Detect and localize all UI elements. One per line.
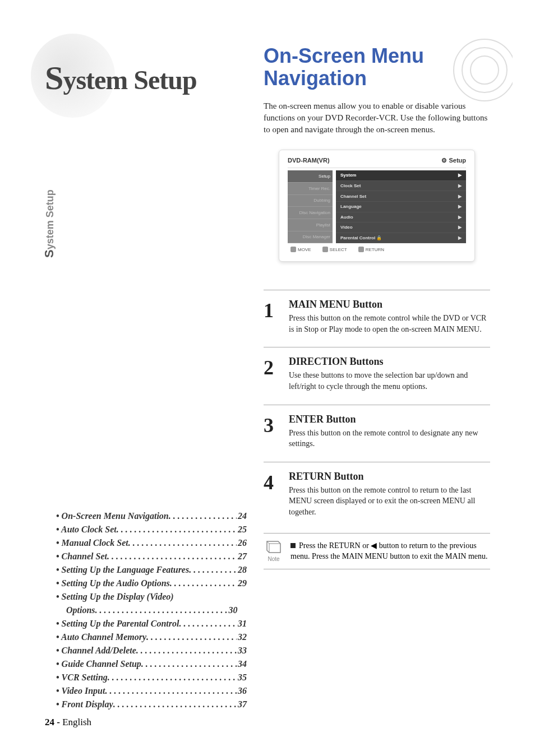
toc-item-page: 34: [237, 657, 247, 671]
osd-menu-header-right: ⚙ Setup: [441, 157, 466, 164]
osd-right-item: Audio▶: [336, 212, 466, 223]
step-description: Press this button on the remote control …: [289, 313, 490, 335]
note-bullet-icon: [290, 543, 296, 548]
instruction-step: 3ENTER ButtonPress this button on the re…: [264, 414, 490, 449]
side-tab-label: System Setup: [42, 189, 57, 258]
instruction-step: 1MAIN MENU ButtonPress this button on th…: [264, 299, 490, 335]
osd-right-item-label: Clock Set: [340, 183, 361, 188]
step-number: 2: [264, 356, 280, 392]
instruction-step: 2DIRECTION ButtonsUse these buttons to m…: [264, 356, 490, 392]
toc-item-label: • Auto Clock Set: [56, 523, 117, 536]
osd-footer-icon: [358, 247, 364, 252]
step-title: MAIN MENU Button: [289, 299, 490, 310]
decorative-rings-icon: [440, 34, 513, 106]
note-text: Press the RETURN or ◀ button to return t…: [290, 540, 490, 562]
step-number: 3: [264, 414, 280, 449]
toc-item-label: • Setting Up the Parental Control: [56, 617, 179, 630]
chevron-right-icon: ▶: [458, 225, 462, 230]
osd-left-item: Disc Manager: [288, 231, 333, 244]
toc-item-page: 37: [237, 698, 247, 711]
osd-footer-label: SELECT: [330, 247, 347, 252]
toc-item-label: • Setting Up the Display (Video): [56, 590, 174, 604]
page-title: System Setup: [45, 59, 247, 98]
osd-menu-header: DVD-RAM(VR) ⚙ Setup: [288, 157, 466, 168]
toc-item-label: • Channel Add/Delete: [56, 644, 136, 657]
toc-dots: . . . . . . . . . . . . . . . . . . . . …: [146, 630, 237, 644]
toc-dots: . . . . . . . . . . . . . . . . . . . . …: [108, 671, 237, 684]
toc-dots: . . . . . . . . . . . . . . . . . . . . …: [136, 644, 237, 657]
toc-item: • Channel Set . . . . . . . . . . . . . …: [56, 550, 247, 563]
toc-item-page: 31: [237, 617, 247, 630]
toc-item-label: • VCR Setting: [56, 671, 108, 684]
toc-item-label: • Auto Channel Memory: [56, 630, 146, 644]
toc-item-page: 24: [237, 509, 247, 523]
osd-right-item-label: System: [340, 173, 356, 178]
step-title: ENTER Button: [289, 414, 490, 425]
step-title: DIRECTION Buttons: [289, 356, 490, 368]
toc-item: • Setting Up the Parental Control . . . …: [56, 617, 247, 630]
osd-left-item: Setup: [288, 170, 333, 183]
toc-dots: . . . . . . . . . . . . . . . . . . . . …: [117, 523, 237, 536]
osd-right-item-label: Video: [340, 225, 353, 230]
osd-footer-item: MOVE: [290, 247, 311, 252]
toc-dots: . . . . . . . . . . . . . . . . . . . . …: [107, 550, 237, 563]
chevron-right-icon: ▶: [458, 173, 462, 178]
step-content: ENTER ButtonPress this button on the rem…: [289, 414, 490, 449]
osd-footer-label: MOVE: [298, 247, 311, 252]
side-tab-first-letter: S: [42, 249, 56, 258]
toc-item-page: 30: [228, 604, 238, 617]
divider: [264, 405, 490, 405]
side-tab-rest: ystem Setup: [44, 189, 56, 249]
toc-item-label: • Video Input: [56, 684, 105, 698]
toc-item: • Manual Clock Set . . . . . . . . . . .…: [56, 536, 247, 550]
osd-left-item: Disc Navigation: [288, 207, 333, 219]
osd-menu-right-panel: System▶Clock Set▶Channel Set▶Language▶Au…: [336, 170, 466, 243]
toc-item: • Guide Channel Setup . . . . . . . . . …: [56, 657, 247, 671]
svg-point-1: [462, 48, 507, 92]
left-arrow-icon: ◀: [371, 541, 377, 550]
osd-footer-item: SELECT: [322, 247, 347, 252]
toc-item-page: 33: [237, 644, 247, 657]
toc-item-label: • Setting Up the Language Features: [56, 563, 189, 577]
chevron-right-icon: ▶: [458, 194, 462, 199]
chevron-right-icon: ▶: [458, 183, 462, 188]
toc-dots: . . . . . . . . . . . . . . . . . . . . …: [169, 509, 237, 523]
note-icon: [266, 540, 282, 554]
table-of-contents: • On-Screen Menu Navigation . . . . . . …: [45, 509, 247, 711]
toc-dots: . . . . . . . . . . . . . . . . . . . . …: [189, 563, 237, 577]
page-language: English: [62, 717, 91, 727]
divider: [264, 347, 490, 347]
divider: [264, 462, 490, 462]
toc-dots: . . . . . . . . . . . . . . . . . . . . …: [179, 617, 237, 630]
divider: [264, 290, 490, 290]
toc-item-label: • Guide Channel Setup: [56, 657, 141, 671]
chevron-right-icon: ▶: [458, 204, 462, 209]
step-content: RETURN ButtonPress this button on the re…: [289, 471, 490, 518]
toc-item: • Setting Up the Language Features . . .…: [56, 563, 247, 577]
osd-footer-icon: [290, 247, 296, 252]
toc-item-label: Options: [66, 604, 95, 617]
chevron-right-icon: ▶: [458, 215, 462, 220]
instruction-step: 4RETURN ButtonPress this button on the r…: [264, 471, 490, 518]
page-footer: 24 - English: [45, 717, 91, 728]
toc-item-label: • Setting Up the Audio Options: [56, 577, 170, 590]
step-title: RETURN Button: [289, 471, 490, 483]
section-title-line1: On-Screen Menu: [264, 44, 424, 67]
chevron-right-icon: ▶: [458, 235, 462, 240]
toc-item-page: 28: [237, 563, 247, 577]
step-content: DIRECTION ButtonsUse these buttons to mo…: [289, 356, 490, 392]
toc-item-label: • Channel Set: [56, 550, 107, 563]
note-label: Note: [268, 556, 279, 562]
svg-point-2: [471, 56, 499, 84]
toc-item-page: 32: [237, 630, 247, 644]
osd-menu-footer: MOVESELECTRETURN: [288, 247, 466, 252]
toc-dots: . . . . . . . . . . . . . . . . . . . . …: [105, 684, 237, 698]
toc-item-page: 36: [237, 684, 247, 698]
osd-left-item: Dubbing: [288, 195, 333, 207]
toc-item-page: 25: [237, 523, 247, 536]
section-title-line2: Navigation: [264, 67, 367, 90]
toc-item-page: 26: [237, 536, 247, 550]
osd-right-item: Video▶: [336, 222, 466, 233]
osd-right-item-label: Audio: [340, 215, 353, 220]
toc-item-page: 29: [237, 577, 247, 590]
